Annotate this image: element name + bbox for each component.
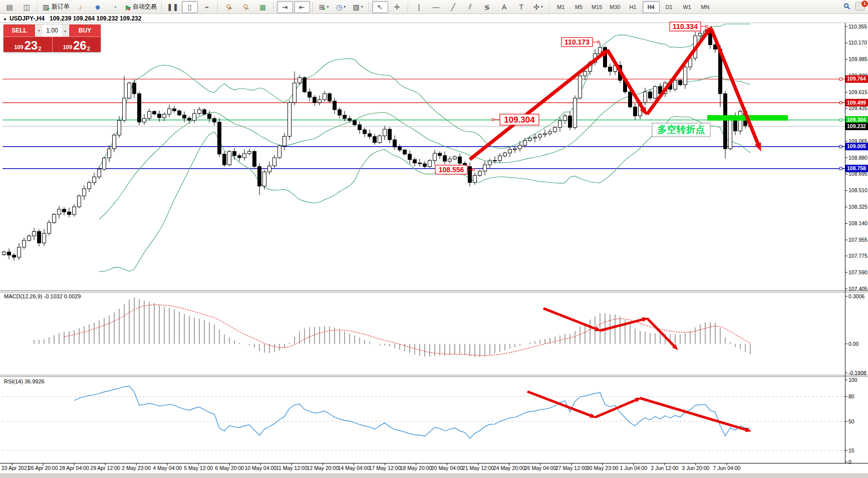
svg-text:109.499: 109.499 (847, 100, 866, 106)
svg-text:107.955: 107.955 (848, 237, 867, 243)
svg-text:-0.1908: -0.1908 (848, 370, 866, 376)
svg-text:109.615: 109.615 (848, 89, 867, 95)
trend-arrow[interactable] (470, 49, 609, 160)
svg-text:108.510: 108.510 (848, 187, 867, 193)
svg-text:110.170: 110.170 (848, 40, 867, 46)
svg-text:107.405: 107.405 (848, 286, 867, 292)
svg-text:109.304: 109.304 (504, 115, 535, 125)
buy-button[interactable]: BUY (69, 25, 101, 37)
macd-label: MACD(12,26,9) -0.1032 0.0029 (4, 293, 81, 299)
trend-arrow[interactable] (543, 308, 601, 331)
level-handle[interactable] (839, 102, 842, 104)
svg-text:109.304: 109.304 (847, 117, 866, 123)
svg-text:108.880: 108.880 (848, 155, 867, 161)
sell-price-big: 23 (25, 40, 38, 51)
svg-text:28 Apr 04:00: 28 Apr 04:00 (59, 465, 89, 471)
svg-text:108.556: 108.556 (439, 166, 464, 174)
sell-button[interactable]: SELL (4, 25, 35, 37)
svg-text:21 May 12:00: 21 May 12:00 (462, 465, 494, 471)
svg-text:110.173: 110.173 (564, 38, 590, 46)
svg-text:109.232: 109.232 (847, 123, 866, 129)
price-annotation-label[interactable]: 109.304 (492, 114, 539, 125)
volume-stepper: ▼ 1.00 ▲ (35, 25, 69, 37)
price-annotation-label[interactable]: 110.173 (561, 38, 600, 47)
svg-text:10 May 04:00: 10 May 04:00 (245, 465, 277, 471)
svg-text:18 May 20:00: 18 May 20:00 (400, 465, 432, 471)
svg-text:29 Apr 12:00: 29 Apr 12:00 (90, 465, 120, 471)
svg-text:110.334: 110.334 (673, 23, 698, 31)
chart-canvas[interactable]: MACD(12,26,9) -0.1032 0.0029RSI(14) 36.9… (0, 0, 868, 478)
buy-price-sup: 2 (87, 46, 90, 51)
volume-value[interactable]: 1.00 (43, 25, 62, 37)
trend-arrow[interactable] (647, 318, 678, 350)
price-annotation-label[interactable]: 110.334 (670, 22, 708, 31)
level-handle[interactable] (839, 145, 842, 148)
buy-price-small: 109 (63, 43, 72, 51)
svg-text:30 May 23:00: 30 May 23:00 (587, 465, 619, 471)
level-handle[interactable] (839, 167, 842, 170)
trend-arrow[interactable] (640, 398, 751, 432)
price-axis[interactable]: 110.355110.170109.985109.800109.615109.4… (845, 24, 867, 465)
buy-price[interactable]: 109 26 2 (53, 37, 101, 52)
svg-text:11 May 12:00: 11 May 12:00 (276, 465, 308, 471)
svg-text:6 May 20:00: 6 May 20:00 (215, 465, 244, 471)
svg-text:110.355: 110.355 (848, 24, 867, 30)
trend-arrows[interactable] (470, 26, 761, 432)
window-bottom-edge (0, 473, 868, 478)
level-handle[interactable] (839, 119, 842, 121)
svg-text:12 May 20:00: 12 May 20:00 (307, 465, 339, 471)
candlestick-series (3, 28, 752, 261)
svg-text:2 May 23:00: 2 May 23:00 (122, 465, 151, 471)
svg-text:7 Jun 04:00: 7 Jun 04:00 (713, 465, 741, 471)
svg-text:20 May 04:00: 20 May 04:00 (431, 465, 463, 471)
svg-text:0.00: 0.00 (848, 341, 859, 347)
trend-arrow[interactable] (608, 50, 647, 116)
sell-price-small: 109 (14, 43, 23, 51)
svg-text:108.758: 108.758 (847, 165, 866, 171)
rsi-label: RSI(14) 36.9926 (4, 378, 45, 384)
buy-price-big: 26 (73, 40, 87, 51)
trend-arrow[interactable] (647, 26, 712, 114)
volume-decrease-button[interactable]: ▼ (36, 25, 43, 37)
svg-text:15: 15 (848, 447, 854, 453)
svg-text:108.140: 108.140 (848, 220, 867, 226)
svg-text:50: 50 (848, 418, 854, 424)
svg-text:0: 0 (848, 459, 851, 465)
level-handle[interactable] (839, 78, 842, 80)
svg-text:100: 100 (848, 377, 857, 383)
svg-text:1 Jun 04:00: 1 Jun 04:00 (620, 465, 647, 471)
svg-text:108.325: 108.325 (848, 204, 867, 210)
volume-increase-button[interactable]: ▲ (62, 25, 69, 37)
svg-text:多空转折点: 多空转折点 (658, 124, 705, 135)
svg-text:109.005: 109.005 (847, 143, 866, 149)
svg-text:5 May 12:00: 5 May 12:00 (184, 465, 213, 471)
svg-text:3 Jun 20:00: 3 Jun 20:00 (682, 465, 710, 471)
svg-text:109.985: 109.985 (848, 56, 867, 62)
one-click-trading-panel: SELL ▼ 1.00 ▲ BUY 109 23 2 109 26 2 (3, 24, 101, 53)
svg-text:26 May 04:00: 26 May 04:00 (524, 465, 556, 471)
svg-text:107.775: 107.775 (848, 253, 867, 259)
macd-indicator: MACD(12,26,9) -0.1032 0.0029 (4, 293, 750, 357)
rsi-indicator: RSI(14) 36.9926 (3, 378, 845, 450)
svg-text:4 May 04:00: 4 May 04:00 (153, 465, 182, 471)
svg-text:2 Jun 12:00: 2 Jun 12:00 (651, 465, 678, 471)
trend-arrow[interactable] (595, 398, 641, 417)
svg-text:26 Apr 20:00: 26 Apr 20:00 (28, 465, 58, 471)
note-annotation[interactable]: 多空转折点 (652, 123, 710, 137)
svg-text:24 May 20:00: 24 May 20:00 (493, 465, 525, 471)
svg-text:0.3006: 0.3006 (848, 293, 864, 299)
svg-text:14 May 04:00: 14 May 04:00 (338, 465, 370, 471)
svg-text:107.590: 107.590 (848, 269, 867, 275)
bollinger-bands (99, 24, 750, 272)
trend-arrow[interactable] (600, 317, 648, 331)
svg-text:27 May 12:00: 27 May 12:00 (555, 465, 588, 471)
svg-text:17 May 12:00: 17 May 12:00 (369, 465, 401, 471)
svg-text:23 Apr 2021: 23 Apr 2021 (2, 465, 30, 471)
svg-text:109.764: 109.764 (847, 76, 866, 82)
sell-price[interactable]: 109 23 2 (4, 37, 53, 52)
sell-price-sup: 2 (38, 46, 41, 51)
time-axis[interactable]: 23 Apr 202126 Apr 20:0028 Apr 04:0029 Ap… (2, 463, 741, 471)
svg-text:80: 80 (848, 393, 854, 399)
